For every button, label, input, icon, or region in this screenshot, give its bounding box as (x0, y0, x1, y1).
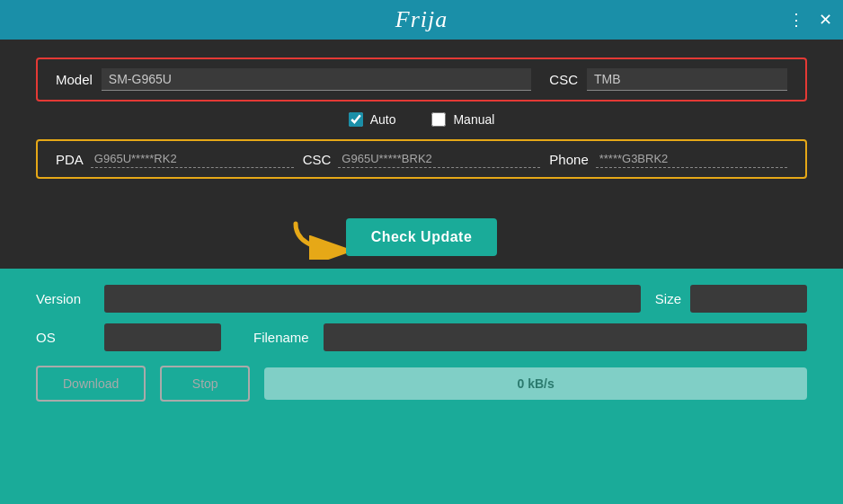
version-label: Version (36, 291, 90, 306)
phone-label: Phone (549, 152, 588, 167)
window-controls: ⋮ ✕ (788, 12, 832, 28)
top-section: Model CSC Auto Manual PDA (36, 57, 807, 206)
auto-checkbox[interactable] (349, 112, 363, 127)
model-input[interactable] (102, 68, 531, 91)
csc-section: CSC (549, 68, 787, 91)
version-input[interactable] (104, 285, 641, 313)
os-filename-row: OS Filename (36, 323, 807, 351)
manual-checkbox-label[interactable]: Manual (431, 112, 494, 127)
close-button[interactable]: ✕ (819, 12, 832, 28)
pda-csc-input[interactable] (338, 150, 540, 168)
version-size-row: Version Size (36, 285, 807, 313)
buttons-row: Download Stop 0 kB/s (36, 366, 807, 402)
check-update-area: Check Update (36, 206, 807, 269)
filename-label: Filename (253, 330, 309, 345)
phone-section: Phone (549, 150, 787, 168)
csc-input[interactable] (587, 68, 787, 91)
title-bar: Frija ⋮ ✕ (0, 0, 843, 40)
pda-section: PDA (56, 150, 294, 168)
speed-bar: 0 kB/s (264, 367, 807, 400)
pda-input[interactable] (91, 150, 294, 168)
more-button[interactable]: ⋮ (788, 12, 804, 28)
model-label: Model (56, 72, 93, 87)
size-section: Size (655, 285, 807, 313)
os-input[interactable] (104, 323, 221, 351)
download-button[interactable]: Download (36, 366, 146, 402)
model-csc-row: Model CSC (36, 57, 807, 102)
auto-label: Auto (370, 112, 396, 127)
pda-csc-section: CSC (303, 150, 541, 168)
app-title: Frija (395, 6, 448, 33)
pda-label: PDA (56, 152, 84, 167)
model-section: Model (56, 68, 531, 91)
pda-csc-label: CSC (303, 152, 332, 167)
size-label: Size (655, 291, 681, 306)
manual-checkbox[interactable] (431, 112, 446, 127)
os-label: OS (36, 330, 90, 345)
size-input[interactable] (690, 285, 807, 313)
manual-label: Manual (453, 112, 494, 127)
auto-manual-row: Auto Manual (36, 112, 807, 127)
csc-label: CSC (549, 72, 578, 87)
check-update-button[interactable]: Check Update (346, 218, 498, 256)
main-content: Model CSC Auto Manual PDA (0, 40, 843, 269)
filename-input[interactable] (324, 323, 807, 351)
pda-row: PDA CSC Phone (36, 139, 807, 179)
phone-input[interactable] (596, 150, 787, 168)
bottom-section: Version Size OS Filename Download Stop 0… (0, 269, 843, 504)
auto-checkbox-label[interactable]: Auto (349, 112, 396, 127)
stop-button[interactable]: Stop (160, 366, 250, 402)
